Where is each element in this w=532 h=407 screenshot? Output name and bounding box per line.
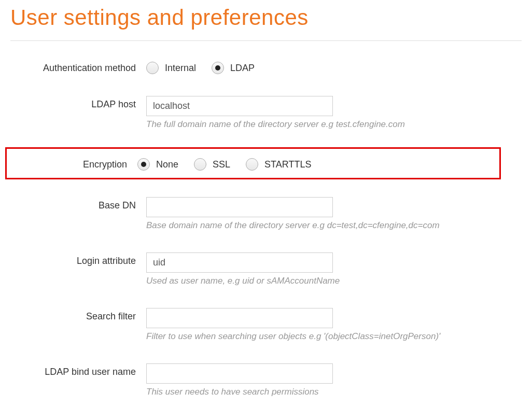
encryption-row: Encryption None SSL STARTTLS xyxy=(7,156,499,171)
base-dn-label: Base DN xyxy=(10,197,146,211)
bind-user-row: LDAP bind user name This user needs to h… xyxy=(10,359,522,401)
encryption-highlight-box: Encryption None SSL STARTTLS xyxy=(5,147,501,179)
login-attribute-label: Login attribute xyxy=(10,252,146,266)
search-filter-label: Search filter xyxy=(10,308,146,322)
page-title: User settings and preferences xyxy=(10,5,522,30)
radio-encryption-none-label: None xyxy=(156,159,178,170)
bind-user-help: This user needs to have search permissio… xyxy=(146,387,522,397)
search-filter-row: Search filter Filter to use when searchi… xyxy=(10,304,522,346)
login-attribute-help: Used as user name, e.g uid or sAMAccount… xyxy=(146,276,522,286)
ldap-host-input[interactable] xyxy=(146,96,333,116)
radio-encryption-ssl-label: SSL xyxy=(213,159,230,170)
radio-encryption-starttls[interactable] xyxy=(246,158,258,171)
divider xyxy=(10,40,522,41)
base-dn-row: Base DN Base domain name of the director… xyxy=(10,193,522,235)
base-dn-input[interactable] xyxy=(146,197,333,217)
radio-auth-internal[interactable] xyxy=(146,62,159,74)
ldap-host-label: LDAP host xyxy=(10,96,146,110)
search-filter-help: Filter to use when searching user object… xyxy=(146,331,522,342)
bind-user-label: LDAP bind user name xyxy=(10,363,146,377)
radio-auth-internal-label: Internal xyxy=(165,63,196,74)
auth-method-row: Authentication method Internal LDAP xyxy=(10,55,522,78)
encryption-radio-group: None SSL STARTTLS xyxy=(137,156,499,171)
search-filter-input[interactable] xyxy=(146,308,333,328)
ldap-host-help: The full domain name of the directory se… xyxy=(146,119,522,130)
auth-method-label: Authentication method xyxy=(10,60,146,74)
radio-auth-ldap[interactable] xyxy=(212,62,224,74)
encryption-label: Encryption xyxy=(7,156,137,170)
radio-encryption-starttls-label: STARTTLS xyxy=(264,159,311,170)
login-attribute-input[interactable] xyxy=(146,252,333,273)
radio-auth-ldap-label: LDAP xyxy=(230,63,255,74)
radio-encryption-ssl[interactable] xyxy=(194,158,206,171)
radio-encryption-none[interactable] xyxy=(137,158,150,171)
base-dn-help: Base domain name of the directory server… xyxy=(146,220,522,231)
login-attribute-row: Login attribute Used as user name, e.g u… xyxy=(10,248,522,290)
bind-user-input[interactable] xyxy=(146,363,333,384)
ldap-host-row: LDAP host The full domain name of the di… xyxy=(10,92,522,134)
auth-method-radio-group: Internal LDAP xyxy=(146,60,522,74)
